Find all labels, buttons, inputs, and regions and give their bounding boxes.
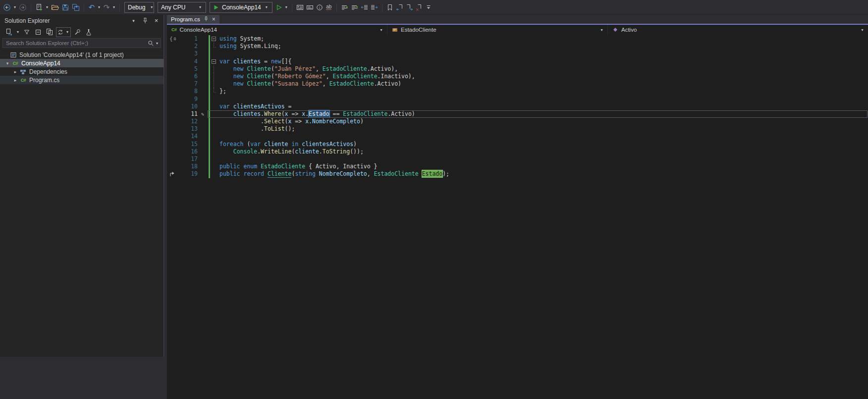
chevron-right-icon[interactable]: ▸ — [12, 78, 19, 83]
code-line-17[interactable]: 17 — [167, 155, 868, 163]
previous-bookmark-button[interactable] — [395, 2, 404, 13]
code-line-11[interactable]: 11✎ clientes.Where(x => x.Estado == Esta… — [167, 110, 868, 118]
fold-collapse-icon[interactable]: − — [212, 37, 216, 41]
code-line-text — [217, 50, 219, 57]
tree-item-program-cs[interactable]: ▸C#Program.cs — [0, 76, 163, 84]
tree-item-dependencies[interactable]: ▸Dependencies — [0, 67, 163, 76]
glyph-margin-right — [198, 35, 208, 43]
line-number: 11 — [179, 110, 198, 118]
start-without-debugging-dropdown-icon[interactable]: ▾ — [284, 2, 289, 13]
code-line-19[interactable]: 19public record Cliente(string NombreCom… — [167, 170, 868, 178]
code-editor[interactable]: {1−using System;2using System.Linq;34−va… — [167, 35, 868, 399]
code-line-13[interactable]: 13 .ToList(); — [167, 125, 868, 133]
properties-wrench-icon[interactable] — [72, 27, 82, 37]
configuration-select[interactable]: Debug▾ — [124, 2, 154, 13]
glyph-margin-right — [198, 170, 208, 178]
tree-item-label: Dependencies — [28, 68, 67, 75]
code-line-1[interactable]: {1−using System; — [167, 35, 868, 43]
code-line-6[interactable]: 6 new Cliente("Roberto Gómez", EstadoCli… — [167, 73, 868, 80]
fold-margin — [210, 155, 217, 163]
start-without-debugging-button[interactable] — [274, 2, 283, 13]
tab-program-cs[interactable]: Program.cs × — [167, 15, 219, 24]
pin-icon[interactable] — [204, 16, 209, 23]
code-line-18[interactable]: 18public enum EstadoCliente { Activo, In… — [167, 163, 868, 170]
navigate-back-dropdown-icon[interactable]: ▾ — [12, 2, 17, 13]
glyph-margin — [167, 65, 179, 73]
close-tab-icon[interactable]: × — [212, 16, 216, 22]
code-line-7[interactable]: 7 new Cliente("Susana López", EstadoClie… — [167, 80, 868, 88]
code-line-3[interactable]: 3 — [167, 50, 868, 57]
code-line-text — [217, 155, 219, 163]
fold-collapse-icon[interactable]: − — [212, 59, 216, 64]
start-debugging-button[interactable]: ConsoleApp14▾ — [210, 2, 272, 13]
solution-icon — [9, 51, 18, 58]
navigate-back-button[interactable] — [2, 2, 12, 13]
word-completion-button[interactable]: ab — [325, 2, 333, 13]
breadcrumb-project-dropdown[interactable]: C# ConsoleApp14 ▾ — [167, 25, 387, 35]
open-file-button[interactable] — [50, 2, 60, 13]
code-line-2[interactable]: 2using System.Linq; — [167, 43, 868, 50]
code-line-4[interactable]: 4−var clientes = new[]{ — [167, 58, 868, 65]
save-all-button[interactable] — [71, 2, 81, 13]
chevron-down-icon: ▾ — [861, 28, 866, 32]
code-line-8[interactable]: 8}; — [167, 88, 868, 95]
open-folder-icon — [51, 3, 59, 11]
fold-margin: − — [210, 58, 217, 65]
undo-dropdown-icon[interactable]: ▾ — [97, 2, 102, 13]
breadcrumb-type-dropdown[interactable]: EstadoCliente ▾ — [387, 25, 608, 35]
preview-icon[interactable] — [84, 27, 94, 37]
uncomment-lines-button[interactable] — [350, 2, 359, 13]
code-line-14[interactable]: 14 — [167, 133, 868, 140]
redo-dropdown-icon[interactable]: ▾ — [111, 2, 116, 13]
save-button[interactable] — [60, 2, 70, 13]
glyph-margin — [167, 80, 179, 88]
toggle-bookmark-button[interactable] — [385, 2, 394, 13]
breadcrumb-member-dropdown[interactable]: Activo ▾ — [608, 25, 868, 35]
search-dropdown-icon[interactable]: ▾ — [155, 41, 160, 46]
code-line-15[interactable]: 15foreach (var cliente in clientesActivo… — [167, 141, 868, 148]
code-line-9[interactable]: 9 — [167, 96, 868, 103]
comment-lines-button[interactable] — [340, 2, 349, 13]
fold-margin — [210, 65, 217, 73]
sync-with-active-document-icon[interactable]: ▾ — [56, 27, 71, 37]
visual-studio-window: ▾ ▾ ↶ ▾ ↷ ▾ Debug▾ Any CPU▾ ConsoleApp14… — [0, 0, 868, 399]
code-line-text: using System.Linq; — [217, 43, 281, 50]
filter-icon[interactable] — [22, 27, 32, 37]
code-line-16[interactable]: 16 Console.WriteLine(cliente.ToString())… — [167, 148, 868, 155]
code-line-10[interactable]: 10var clientesActivos = — [167, 103, 868, 110]
switch-views-dropdown-icon[interactable]: ▾ — [15, 30, 20, 34]
glyph-margin-right — [198, 148, 208, 155]
increase-indent-button[interactable] — [370, 2, 379, 13]
decrease-indent-button[interactable] — [360, 2, 369, 13]
navigate-forward-button[interactable] — [18, 2, 28, 13]
tree-item-consoleapp14[interactable]: ▾C#ConsoleApp14 — [0, 59, 163, 67]
chevron-right-icon[interactable]: ▸ — [12, 69, 19, 74]
pin-icon[interactable] — [141, 16, 149, 25]
display-member-list-button[interactable] — [295, 2, 305, 13]
line-number: 15 — [179, 141, 198, 148]
add-item-dropdown-icon[interactable]: ▾ — [45, 2, 50, 13]
toolbar-overflow-button[interactable] — [424, 2, 433, 13]
undo-button[interactable]: ↶ — [87, 2, 96, 13]
add-item-button[interactable] — [34, 2, 44, 13]
redo-button[interactable]: ↷ — [102, 2, 111, 13]
parameter-info-button[interactable] — [305, 2, 315, 13]
tree-item-solution[interactable]: Solution 'ConsoleApp14' (1 of 1 project) — [0, 50, 163, 59]
code-line-5[interactable]: 5 new Cliente("Juán Pérez", EstadoClient… — [167, 65, 868, 73]
next-bookmark-button[interactable] — [405, 2, 414, 13]
clear-bookmarks-button[interactable] — [415, 2, 424, 13]
platform-select[interactable]: Any CPU▾ — [158, 2, 206, 13]
code-line-12[interactable]: 12 .Select(x => x.NombreCompleto) — [167, 118, 868, 125]
properties-pages-icon[interactable] — [45, 27, 54, 37]
collapse-all-icon[interactable] — [33, 27, 43, 37]
solution-search-input[interactable]: Search Solution Explorer (Ctrl+;) ▾ — [2, 38, 161, 48]
close-icon[interactable]: × — [152, 16, 161, 25]
glyph-margin-right — [198, 88, 208, 95]
line-number: 16 — [179, 148, 198, 155]
window-position-icon[interactable]: ▾ — [129, 16, 138, 25]
code-line-text: new Cliente("Susana López", EstadoClient… — [217, 80, 401, 88]
quick-info-button[interactable] — [315, 2, 324, 13]
switch-views-icon[interactable] — [4, 27, 14, 37]
glyph-margin — [167, 88, 179, 95]
chevron-down-icon[interactable]: ▾ — [4, 61, 11, 66]
